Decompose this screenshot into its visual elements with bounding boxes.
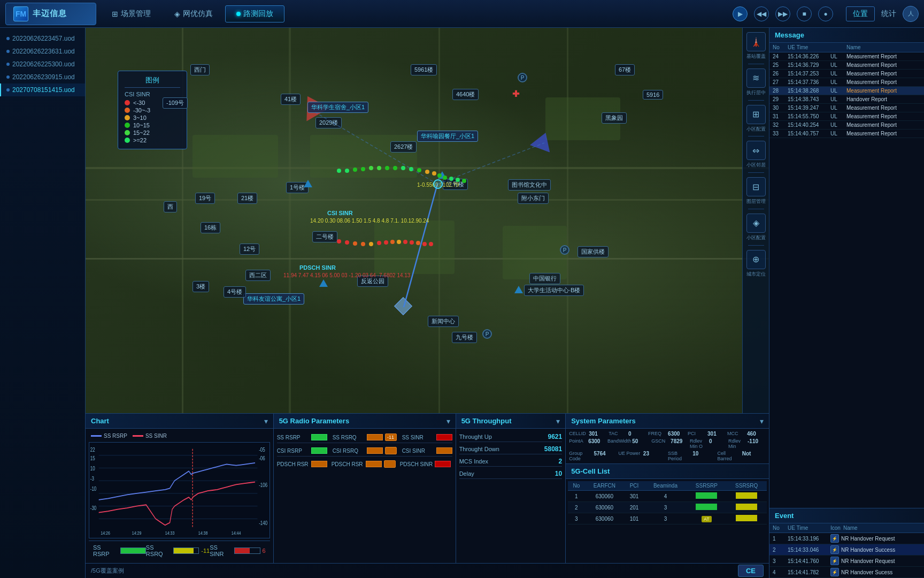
sig-dot-14 — [437, 173, 442, 178]
msg-name-30: Measurement Report — [846, 105, 921, 111]
sidebar-item-3[interactable]: 20220626230915.uod — [0, 71, 85, 83]
col-earfcn: EARFCN — [584, 481, 624, 491]
param-mcc-key: MCC — [727, 431, 746, 437]
toolbar-sep-1 — [748, 64, 764, 64]
svg-text:-10: -10 — [90, 485, 97, 492]
toolbar-btn-layers[interactable]: ⊟ — [746, 177, 766, 196]
msg-row-33[interactable]: 33 15:14:40.757 UL Measurement Report — [769, 130, 924, 138]
label-41: 41楼 — [281, 94, 301, 105]
label-4b: 4号楼 — [224, 286, 246, 298]
pdsch-dot-7 — [384, 240, 388, 245]
pdschrsr-param-name: PDSCH RSR — [277, 461, 309, 467]
ssrsrq-val: -11 — [201, 547, 210, 554]
pdsch-dot-10 — [403, 240, 407, 244]
tri-marker-2 — [319, 279, 328, 287]
sig-dot-2 — [345, 169, 349, 173]
right-panel: Message No UE Time Name 24 15:14:36.226 … — [769, 28, 924, 578]
pdschrsrq-badge — [384, 460, 396, 468]
label-19: 19号 — [195, 193, 215, 204]
param-gc-val: 5764 — [594, 451, 617, 461]
msg-time-25: 15:14:36.729 — [788, 62, 830, 68]
stats-button[interactable]: 统计 — [881, 9, 896, 19]
user-avatar[interactable]: 人 — [903, 6, 919, 22]
label-5961: 5961楼 — [411, 64, 437, 75]
label-2029: 2029楼 — [315, 117, 342, 128]
toolbar-btn-arrows[interactable]: ⇔ — [746, 141, 766, 160]
radio-params-collapse[interactable]: ▾ — [446, 417, 450, 425]
toolbar-btn-layer[interactable]: ≋ — [746, 69, 766, 88]
tab-scene-management[interactable]: ⊞ 场景管理 — [101, 5, 162, 22]
legend-color-ssrsrp — [91, 435, 102, 437]
toolbar-btn-grid[interactable]: ⊞ — [746, 105, 766, 124]
sidebar-item-2[interactable]: 20220626225300.uod — [0, 58, 85, 71]
event-row-2[interactable]: 2 15:14:33.046 ⚡ NR Handover Success — [769, 544, 924, 556]
event-row-1[interactable]: 1 15:14:33.196 ⚡ NR Handover Request — [769, 533, 924, 544]
param-cb-val: Not — [742, 451, 766, 461]
cell-beam-2: 3 — [644, 502, 687, 513]
legend-item-3: 10~15 — [125, 122, 180, 128]
sidebar-dot — [6, 50, 10, 53]
tab-network-optimization[interactable]: ◈ 网优仿真 — [163, 5, 224, 22]
label-16: 16栋 — [201, 222, 220, 233]
location-button[interactable]: 位置 — [846, 6, 875, 21]
toolbar-btn-locate[interactable]: ⊕ — [746, 250, 766, 269]
param-rdlevmin-key: Rdlev Min — [728, 438, 746, 449]
active-tab-dot — [236, 12, 241, 16]
legend-title: 图例 — [125, 75, 180, 88]
chart-collapse-btn[interactable]: ▾ — [264, 417, 268, 425]
road-horizontal-1 — [86, 167, 769, 169]
record-button[interactable]: ● — [818, 6, 833, 21]
sys-params-collapse[interactable]: ▾ — [760, 417, 764, 425]
msg-row-26[interactable]: 26 15:14:37.253 UL Measurement Report — [769, 70, 924, 78]
msg-row-32[interactable]: 32 15:14:40.254 UL Measurement Report — [769, 121, 924, 130]
chart-stat-ssrsrp: SS RSRP — [93, 544, 146, 557]
msg-row-29[interactable]: 29 15:14:38.743 UL Handover Report — [769, 95, 924, 104]
msg-row-25[interactable]: 25 15:14:36.729 UL Measurement Report — [769, 61, 924, 70]
toolbar-label-2: 执行层中 — [746, 90, 766, 96]
rewind-button[interactable]: ◀◀ — [754, 6, 769, 21]
map-container[interactable]: 华科学生宿舍_小区1 华科喻园餐厅_小区1 华科友谊公寓_小区1 图例 CSI … — [86, 28, 769, 413]
svg-text:15: 15 — [90, 455, 95, 461]
tab-route-playback[interactable]: 路测回放 — [225, 5, 284, 22]
event-col-name: Name — [843, 525, 921, 531]
sig-dot-1 — [337, 169, 341, 173]
msg-row-31[interactable]: 31 15:14:55.750 UL Measurement Report — [769, 112, 924, 121]
msg-name-26: Measurement Report — [846, 71, 921, 77]
chart-content: SS RSRP SS SINR 22 15 10 - — [86, 429, 273, 563]
ssrsrp-label: SS RSRP — [93, 544, 118, 557]
sig-dot-10 — [409, 167, 413, 171]
stop-button[interactable]: ■ — [797, 6, 812, 21]
event-row-4[interactable]: 4 15:14:41.782 ⚡ NR Handover Sucess — [769, 567, 924, 578]
col-pci: PCI — [624, 481, 644, 491]
msg-col-dir — [830, 44, 846, 50]
fastforward-button[interactable]: ▶▶ — [775, 6, 790, 21]
map-cursor[interactable] — [433, 179, 443, 189]
sidebar-item-1[interactable]: 20220626223631.uod — [0, 45, 85, 58]
csi-sinr-label: CSI SINR — [327, 210, 353, 216]
event-icon-4: ⚡ — [830, 568, 839, 576]
msg-row-27[interactable]: 27 15:14:37.736 UL Measurement Report — [769, 78, 924, 87]
msg-row-30[interactable]: 30 15:14:39.247 UL Measurement Report — [769, 104, 924, 112]
play-button[interactable]: ▶ — [733, 6, 748, 21]
sidebar-item-0[interactable]: 20220626223457.uod — [0, 32, 85, 45]
toolbar-btn-base-station[interactable]: 🗼 — [746, 32, 766, 51]
green-area-1 — [374, 220, 455, 274]
svg-text:14:26: 14:26 — [101, 530, 110, 536]
road-vertical-2 — [289, 28, 291, 413]
cell-rsrq-1 — [726, 491, 767, 502]
throughput-collapse[interactable]: ▾ — [556, 417, 560, 425]
sig-dot-7 — [385, 166, 389, 170]
toolbar-btn-config[interactable]: ◈ — [746, 214, 766, 233]
param-bw-key: BandWidth — [607, 438, 631, 449]
cell-table-body: 1 630060 301 4 2 630060 201 — [568, 491, 767, 524]
sys-params-header: System Parameters ▾ — [566, 414, 769, 429]
cell-no-3: 3 — [568, 513, 584, 524]
msg-row-28[interactable]: 28 15:14:38.268 UL Measurement Report — [769, 87, 924, 95]
toolbar-sep-4 — [748, 172, 764, 173]
sidebar-item-4[interactable]: 20270708151415.uod — [0, 83, 85, 96]
msg-row-24[interactable]: 24 15:14:36.226 UL Measurement Report — [769, 52, 924, 61]
tp-val-down: 58081 — [544, 445, 562, 453]
sssinr-val: 6 — [263, 547, 266, 554]
tp-label-delay: Delay — [459, 470, 474, 477]
event-row-3[interactable]: 3 15:14:41.760 ⚡ NR Handover Request — [769, 556, 924, 567]
